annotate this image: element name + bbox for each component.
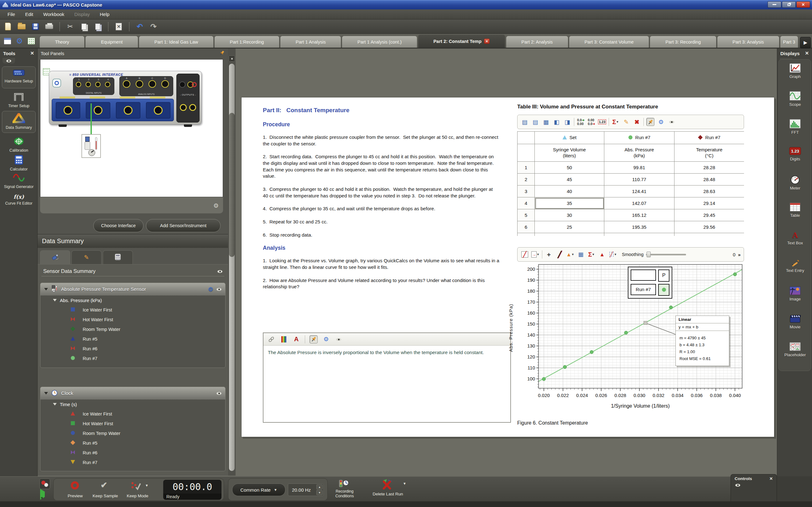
data-grid-icon[interactable]: ▦ (577, 250, 585, 259)
display-item-scope[interactable]: Scope (779, 91, 811, 107)
table-cell[interactable]: 40 (535, 185, 604, 198)
eye-icon[interactable] (217, 269, 222, 274)
tab-close-icon[interactable]: × (484, 39, 489, 44)
gear-icon[interactable]: ⚙ (213, 202, 219, 209)
expand-chevrons-icon[interactable]: » (738, 252, 741, 257)
stats-sigma-icon[interactable]: Σ▼ (587, 250, 595, 259)
collapse-icon[interactable] (44, 392, 48, 395)
tab-part-1-recording[interactable]: Part 1:Recording (214, 36, 279, 48)
tab-part-2-analysis[interactable]: Part 2: Analysis (506, 36, 568, 48)
display-item-image[interactable]: Image (779, 286, 811, 301)
pressure-sensor-thumbnail[interactable] (81, 134, 101, 158)
num-format-icon[interactable]: 1.23 (598, 118, 606, 126)
text-entry-box[interactable]: A⚙ The Absolute Pressure is inversely pr… (263, 332, 511, 423)
tab-part-3-constant-volume[interactable]: Part 3: Constant Volume (569, 36, 649, 48)
run-item-run-7[interactable]: Run #7 (41, 353, 225, 363)
tool-item-signal-generator[interactable]: Signal Generator (2, 171, 36, 190)
delete-page-icon[interactable]: ✕ (113, 21, 124, 32)
display-item-text-entry[interactable]: Text Entry (779, 259, 811, 273)
dec-more-icon[interactable]: 0.0➜0.00 (577, 118, 585, 126)
run-item-run-6[interactable]: Run #6 (41, 448, 225, 457)
tools-close-icon[interactable]: ✕ (30, 50, 34, 56)
table-cell[interactable]: 110.77 (604, 174, 675, 185)
table-cell[interactable]: 28.28 (675, 162, 744, 174)
table-iii[interactable]: SetRun #7Run #7Syringe Volume(liters)Abs… (517, 131, 744, 236)
table-cell[interactable]: 165.12 (604, 209, 675, 221)
minimize-button[interactable] (767, 1, 781, 8)
cut-icon[interactable]: ✂ (65, 21, 75, 32)
pin-icon[interactable] (646, 118, 654, 126)
tools-visibility-tab[interactable] (2, 58, 15, 64)
column-run-header[interactable]: Run #7 (675, 131, 744, 144)
table-cell[interactable]: 142.07 (604, 198, 675, 209)
scrollbar-button[interactable] (229, 55, 235, 62)
keep-sample-button[interactable]: ✔ (101, 481, 108, 490)
preview-button[interactable] (71, 481, 79, 490)
add-table-icon[interactable]: ▦ (542, 118, 550, 126)
column-header[interactable]: Temperature(°C) (675, 144, 744, 162)
tab-equipment[interactable]: Equipment (85, 36, 138, 48)
pin-icon[interactable] (309, 335, 317, 343)
run-item-hot-water-first[interactable]: Hot Water First (41, 418, 225, 428)
close-button[interactable]: × (796, 1, 810, 8)
slope-icon[interactable]: ╱ (556, 250, 564, 259)
run-item-ice-water-first[interactable]: Ice Water First (41, 409, 225, 418)
stats-sigma-icon[interactable]: Σ▼ (612, 118, 620, 126)
tab-calculations[interactable] (103, 250, 133, 264)
table-cell[interactable]: 45 (535, 174, 604, 185)
table-cell[interactable]: 25 (535, 221, 604, 233)
eye-icon[interactable] (217, 391, 222, 395)
tab-part-2-constant-temp[interactable]: Part 2: Constant Temp× (418, 35, 505, 48)
visibility-icon[interactable] (668, 118, 676, 126)
collapse-icon[interactable] (44, 288, 48, 290)
scrollbar-thumb[interactable] (229, 113, 235, 257)
menu-help[interactable]: Help (95, 10, 114, 18)
pin-icon[interactable] (219, 50, 225, 57)
scale-fit-icon[interactable]: ╱ (521, 250, 529, 259)
tab-part-3-recording[interactable]: Part 3: Recording (650, 36, 716, 48)
curve-fit-icon[interactable]: ╱▼ (609, 250, 617, 259)
display-item-text-box[interactable]: AText Box (779, 231, 811, 245)
new-file-icon[interactable] (2, 21, 13, 32)
column-header[interactable]: Abs. Pressure(kPa) (604, 144, 675, 162)
tool-item-calculator[interactable]: Calculator (2, 153, 36, 170)
table-cell[interactable]: 195.35 (604, 221, 675, 233)
answer-text[interactable]: The Absolute Pressure is inversely propo… (264, 346, 510, 360)
tool-item-hardware-setup[interactable]: Hardware Setup (2, 66, 36, 89)
palette-icon[interactable] (280, 335, 288, 343)
keep-mode-button[interactable] (130, 481, 141, 492)
table-cell[interactable]: 28.63 (675, 185, 744, 198)
link-icon[interactable] (267, 335, 275, 343)
column-header[interactable]: Syringe Volume(liters) (535, 144, 604, 162)
menu-workbook[interactable]: Workbook (39, 10, 69, 18)
table-cell[interactable]: 35 (535, 198, 604, 209)
title-bar[interactable]: Ideal Gas Law6.cap* — PASCO Capstone × (0, 0, 812, 9)
highlight-icon[interactable]: ✎ (622, 118, 630, 126)
tool-item-data-summary[interactable]: Data Summary (2, 111, 36, 133)
menu-file[interactable]: File (3, 10, 19, 18)
display-item-graph[interactable]: Graph (779, 63, 811, 79)
menu-edit[interactable]: Edit (21, 10, 38, 18)
eye-icon[interactable] (335, 335, 343, 343)
table-cell[interactable]: 50 (535, 162, 604, 174)
crosshair-icon[interactable]: + (545, 250, 553, 259)
redo-icon[interactable]: ↷ (148, 21, 159, 32)
run-item-room-temp-water[interactable]: Room Temp Water (41, 428, 225, 438)
delete-data-icon[interactable]: ✖ (633, 118, 641, 126)
select-mode-icon[interactable]: →▼ (531, 250, 539, 259)
paste-icon[interactable] (93, 21, 103, 32)
undo-icon[interactable]: ↶ (134, 21, 145, 32)
tab-part-1-analysis[interactable]: Part 1 Analysis (280, 36, 341, 48)
recording-conditions-button[interactable] (338, 479, 349, 490)
smoothing-slider-thumb[interactable] (647, 251, 651, 257)
col-left-icon[interactable]: ◧ (553, 118, 561, 126)
graph-legend[interactable]: P Run #7 (628, 267, 672, 299)
record-mode-toggle[interactable] (40, 478, 50, 489)
column-run-header[interactable]: Run #7 (604, 131, 675, 144)
rate-mode-dropdown[interactable]: Common Rate▼ (232, 484, 285, 496)
start-preview-button[interactable]: + (40, 492, 45, 497)
table-cell[interactable]: 99.81 (604, 162, 675, 174)
display-item-movie[interactable]: Movie (779, 314, 811, 329)
run-item-room-temp-water[interactable]: Room Temp Water (41, 324, 225, 334)
run-item-run-5[interactable]: Run #5 (41, 334, 225, 344)
